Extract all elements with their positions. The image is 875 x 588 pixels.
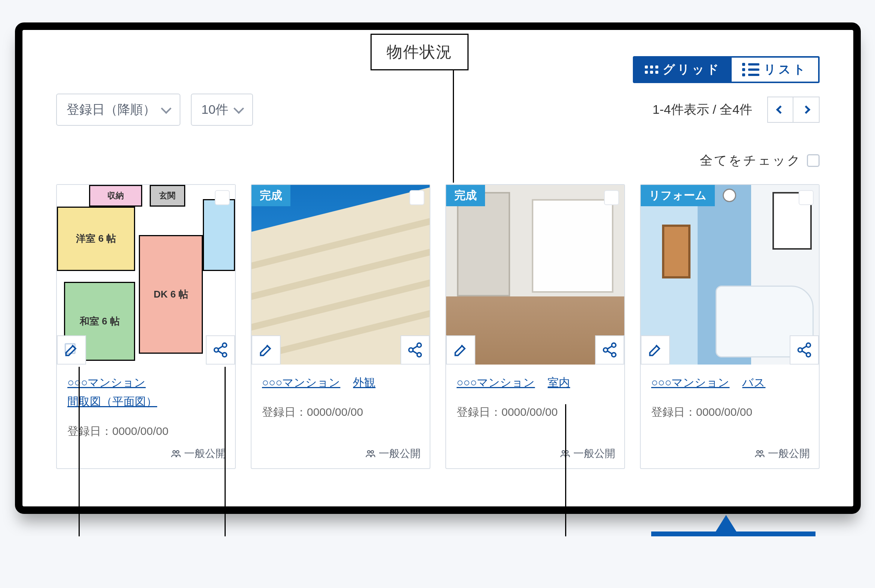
status-badge: 完成 — [446, 185, 485, 206]
edit-icon — [452, 342, 469, 358]
floorplan-room-label: 収納 — [89, 185, 142, 207]
floorplan-room-label: 洋室 6 帖 — [57, 207, 135, 272]
card-checkbox[interactable] — [604, 190, 619, 205]
category-link[interactable]: 外観 — [353, 375, 375, 390]
annotation-line — [225, 367, 226, 536]
thumbnail-wrap: 収納 玄関 洋室 6 帖 DK 6 帖 和室 6 帖 — [57, 185, 235, 364]
people-icon — [171, 448, 181, 459]
people-icon — [365, 448, 376, 459]
photo-card: 完成 ○○○マンション 室内 — [445, 184, 625, 469]
chevron-left-icon — [776, 105, 785, 114]
share-photo-button[interactable] — [790, 335, 819, 364]
edit-photo-button[interactable] — [57, 335, 86, 364]
check-all-label: 全てをチェック — [700, 152, 802, 169]
status-badge: 完成 — [252, 185, 291, 206]
svg-point-5 — [176, 451, 179, 453]
app-window: グリッド リスト 登録日（降順） 10件 — [15, 22, 861, 514]
registration-date: 0000/00/00 — [112, 425, 168, 437]
category-link[interactable]: バス — [742, 375, 766, 390]
sort-label: 登録日（降順） — [67, 101, 156, 118]
share-photo-button[interactable] — [206, 335, 235, 364]
check-all-row: 全てをチェック — [56, 152, 820, 169]
svg-point-7 — [409, 348, 413, 352]
svg-point-13 — [612, 352, 616, 357]
share-photo-button[interactable] — [595, 335, 624, 364]
status-badge: リフォーム — [641, 185, 715, 206]
annotation-status: 物件状況 — [370, 34, 469, 70]
photo-card: 完成 ○○○マンション 外観 — [251, 184, 430, 469]
svg-point-20 — [760, 451, 763, 453]
view-toggle: グリッド リスト — [633, 56, 820, 83]
share-icon — [796, 342, 812, 358]
list-view-button[interactable]: リスト — [732, 58, 818, 82]
svg-point-11 — [612, 343, 616, 347]
svg-point-12 — [604, 348, 608, 352]
property-name-link[interactable]: ○○○マンション — [651, 375, 730, 390]
svg-point-1 — [223, 343, 227, 347]
toolbar: 登録日（降順） 10件 1-4件表示 / 全4件 — [56, 94, 820, 126]
chevron-right-icon — [802, 105, 811, 114]
svg-point-17 — [798, 348, 802, 352]
date-label-prefix: 登録日： — [651, 406, 696, 418]
visibility-label: 一般公開 — [184, 447, 226, 461]
list-view-label: リスト — [764, 62, 808, 78]
svg-point-4 — [173, 451, 175, 453]
share-icon — [407, 342, 423, 358]
floorplan-room-label: 玄関 — [150, 185, 185, 207]
share-photo-button[interactable] — [400, 335, 430, 364]
registration-date: 0000/00/00 — [502, 406, 557, 418]
grid-icon — [645, 66, 658, 74]
svg-point-19 — [757, 451, 760, 453]
result-count: 1-4件表示 / 全4件 — [653, 101, 752, 118]
pager — [767, 97, 820, 123]
grid-view-label: グリッド — [663, 62, 721, 78]
photo-card: 収納 玄関 洋室 6 帖 DK 6 帖 和室 6 帖 — [56, 184, 236, 469]
share-icon — [601, 342, 618, 358]
card-checkbox[interactable] — [409, 190, 424, 205]
svg-point-9 — [367, 451, 370, 453]
edit-photo-button[interactable] — [446, 335, 475, 364]
card-grid: 収納 玄関 洋室 6 帖 DK 6 帖 和室 6 帖 — [56, 184, 820, 469]
visibility-label: 一般公開 — [573, 447, 615, 461]
list-icon — [742, 63, 760, 76]
svg-point-10 — [371, 451, 373, 453]
category-link[interactable]: 室内 — [547, 375, 570, 390]
card-checkbox[interactable] — [799, 190, 814, 205]
annotation-line — [453, 67, 454, 183]
chevron-down-icon — [161, 103, 171, 114]
photo-card: リフォーム ○○○マンション バス — [640, 184, 820, 469]
annotation-line — [565, 404, 566, 536]
category-link[interactable]: 間取図（平面図） — [67, 394, 157, 410]
page-size-label: 10件 — [201, 101, 228, 118]
svg-point-16 — [806, 343, 811, 347]
registration-date: 0000/00/00 — [307, 406, 363, 418]
next-page-button[interactable] — [793, 97, 820, 123]
edit-photo-button[interactable] — [641, 335, 670, 364]
prev-page-button[interactable] — [767, 97, 793, 123]
edit-icon — [63, 342, 80, 358]
edit-icon — [647, 342, 664, 358]
property-name-link[interactable]: ○○○マンション — [457, 375, 535, 390]
share-icon — [212, 342, 229, 358]
check-all-checkbox[interactable] — [807, 154, 820, 167]
date-label-prefix: 登録日： — [457, 406, 502, 418]
svg-point-6 — [417, 343, 421, 347]
thumbnail-wrap: リフォーム — [641, 185, 819, 364]
svg-point-2 — [214, 348, 219, 352]
visibility-label: 一般公開 — [768, 447, 810, 461]
visibility-label: 一般公開 — [379, 447, 421, 461]
svg-point-14 — [562, 451, 565, 453]
card-checkbox[interactable] — [215, 190, 230, 205]
annotation-line — [79, 367, 80, 536]
people-icon — [755, 448, 765, 459]
annotation-per-property: 物件ごとに表示 — [651, 531, 815, 536]
edit-photo-button[interactable] — [252, 335, 281, 364]
property-name-link[interactable]: ○○○マンション — [262, 375, 340, 390]
sort-select[interactable]: 登録日（降順） — [56, 94, 180, 126]
date-label-prefix: 登録日： — [67, 425, 112, 437]
svg-point-3 — [223, 352, 227, 357]
svg-point-8 — [417, 352, 421, 357]
grid-view-button[interactable]: グリッド — [634, 58, 732, 82]
date-label-prefix: 登録日： — [262, 406, 307, 418]
page-size-select[interactable]: 10件 — [191, 94, 253, 126]
